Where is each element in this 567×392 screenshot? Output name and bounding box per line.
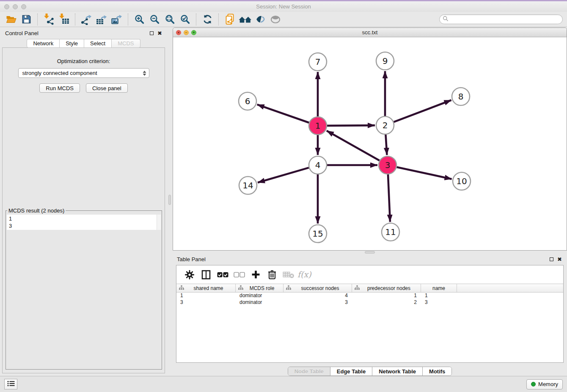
export-network-button[interactable]: [79, 13, 94, 26]
tab-motifs[interactable]: Motifs: [422, 367, 451, 375]
network-canvas[interactable]: 1234678910111415: [173, 37, 567, 250]
zoom-fit-button[interactable]: [162, 13, 177, 26]
zoom-selected-icon: [180, 14, 190, 25]
tab-node-table[interactable]: Node Table: [288, 367, 330, 375]
table-body: 1dominator4113dominator323: [176, 293, 563, 306]
float-panel-icon[interactable]: [150, 31, 154, 35]
clone-network-button[interactable]: [222, 13, 237, 26]
home-button[interactable]: [237, 13, 253, 26]
node-label-9: 9: [383, 56, 388, 66]
attribute-tree-icon: [179, 285, 184, 291]
column-header-successor-nodes[interactable]: successor nodes: [284, 284, 352, 292]
close-panel-icon[interactable]: ✖: [157, 30, 162, 36]
tab-network[interactable]: Network: [27, 39, 60, 48]
export-table-button[interactable]: [94, 13, 109, 26]
select-all-rows-icon: [217, 272, 228, 278]
attribute-tree-icon: [238, 285, 243, 291]
import-network-button[interactable]: [41, 13, 56, 26]
cell-MCDS-role[interactable]: dominator: [236, 293, 284, 299]
delete-table-button[interactable]: [283, 268, 295, 281]
cell-successor-nodes[interactable]: 4: [284, 293, 352, 299]
zoom-out-button[interactable]: [147, 13, 162, 26]
tab-edge-table[interactable]: Edge Table: [330, 367, 372, 375]
export-table-icon: [96, 14, 107, 25]
network-window-titlebar[interactable]: × − + scc.txt: [173, 28, 567, 37]
export-image-button[interactable]: [109, 13, 124, 26]
column-header-name[interactable]: name: [421, 284, 457, 292]
cell-name[interactable]: 1: [421, 293, 457, 299]
column-header-shared-name[interactable]: shared name: [176, 284, 236, 292]
node-label-4: 4: [315, 160, 321, 170]
table-panel: Table Panel ✖ f(x) shared nameMCDS roles…: [173, 254, 567, 376]
zoom-selected-button[interactable]: [177, 13, 193, 26]
deselect-all-rows-button[interactable]: [233, 268, 245, 281]
tab-style[interactable]: Style: [60, 39, 84, 48]
table-settings-icon: [185, 270, 194, 279]
table-settings-button[interactable]: [184, 268, 195, 281]
table-row-0[interactable]: 1dominator411: [176, 293, 563, 299]
criterion-dropdown[interactable]: strongly connected component: [18, 68, 149, 78]
tab-mcds[interactable]: MCDS: [112, 39, 140, 48]
vertical-splitter[interactable]: [167, 28, 173, 376]
horizontal-splitter[interactable]: [173, 251, 567, 254]
run-mcds-button[interactable]: Run MCDS: [39, 83, 80, 93]
cell-shared-name[interactable]: 1: [176, 293, 236, 299]
close-panel-icon[interactable]: ✖: [557, 257, 562, 262]
float-panel-icon[interactable]: [550, 257, 553, 261]
node-label-14: 14: [242, 180, 253, 190]
search-input[interactable]: [450, 16, 562, 23]
show-graphics-details-button[interactable]: [268, 13, 283, 26]
cell-predecessor-nodes[interactable]: 2: [352, 299, 421, 306]
right-region: × − + scc.txt 1234678910111415 Table Pan…: [173, 28, 567, 376]
splitter-handle[interactable]: [365, 251, 375, 254]
table-row-1[interactable]: 3dominator323: [176, 299, 563, 306]
search-field[interactable]: [439, 14, 563, 24]
edge-1-2[interactable]: [327, 125, 375, 126]
edge-3-11[interactable]: [388, 174, 390, 222]
split-panel-button[interactable]: [200, 268, 212, 281]
cell-successor-nodes[interactable]: 3: [284, 299, 352, 306]
memory-button[interactable]: Memory: [526, 379, 563, 389]
zoom-in-button[interactable]: [132, 13, 147, 26]
delete-table-icon: [283, 271, 295, 279]
tab-select[interactable]: Select: [84, 39, 112, 48]
list-icon: [7, 381, 15, 388]
svg-text:f(x): f(x): [297, 270, 312, 279]
attribute-tree-icon: [355, 285, 360, 291]
cell-predecessor-nodes[interactable]: 1: [352, 293, 421, 299]
cell-MCDS-role[interactable]: dominator: [236, 299, 284, 306]
visual-styles-button[interactable]: [253, 13, 268, 26]
criterion-value: strongly connected component: [22, 70, 97, 76]
save-session-icon: [22, 14, 31, 24]
splitter-handle[interactable]: [168, 195, 171, 205]
mcds-result-textarea[interactable]: 1 3: [7, 215, 161, 230]
select-all-rows-button[interactable]: [217, 268, 228, 281]
edge-1-6[interactable]: [257, 105, 309, 123]
import-network-icon: [43, 14, 55, 25]
column-header-predecessor-nodes[interactable]: predecessor nodes: [352, 284, 421, 292]
edge-3-10[interactable]: [396, 167, 451, 179]
import-table-icon: [58, 14, 70, 25]
cell-name[interactable]: 3: [421, 299, 457, 306]
edge-2-8[interactable]: [394, 100, 451, 122]
cell-shared-name[interactable]: 3: [176, 299, 236, 306]
tab-network-table[interactable]: Network Table: [372, 367, 422, 375]
split-panel-icon: [201, 270, 211, 279]
table-panel-header: Table Panel ✖: [173, 254, 567, 265]
refresh-icon: [202, 14, 213, 25]
save-session-button[interactable]: [19, 13, 34, 26]
result-scrollbar[interactable]: [157, 215, 161, 230]
show-panels-button[interactable]: [4, 379, 17, 389]
function-builder-button[interactable]: f(x): [299, 268, 311, 281]
delete-row-button[interactable]: [266, 268, 278, 281]
edge-4-14[interactable]: [258, 168, 309, 182]
column-header-MCDS-role[interactable]: MCDS role: [236, 284, 284, 292]
refresh-button[interactable]: [200, 13, 215, 26]
import-table-button[interactable]: [56, 13, 72, 26]
deselect-all-rows-icon: [234, 272, 245, 278]
edge-3-1[interactable]: [327, 131, 380, 160]
add-row-button[interactable]: [250, 268, 261, 281]
open-session-button[interactable]: [3, 13, 19, 26]
close-panel-button[interactable]: Close panel: [86, 83, 128, 93]
edge-2-3[interactable]: [385, 135, 387, 155]
